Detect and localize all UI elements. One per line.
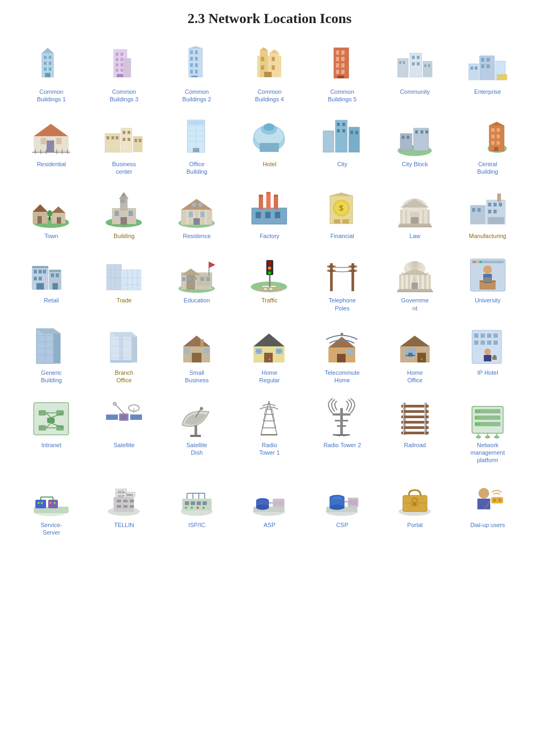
svg-rect-175 (120, 199, 125, 203)
svg-rect-351 (264, 353, 273, 362)
svg-rect-269 (193, 277, 197, 280)
svg-rect-117 (193, 148, 199, 152)
svg-rect-231 (488, 217, 504, 224)
svg-rect-30 (195, 63, 198, 67)
label-radio-tower-2: Radio Tower 2 (324, 441, 361, 449)
svg-rect-266 (200, 277, 204, 281)
svg-rect-173 (115, 211, 119, 216)
svg-rect-378 (474, 340, 478, 345)
svg-rect-132 (342, 123, 345, 126)
svg-point-363 (341, 333, 343, 336)
label-city: City (337, 160, 347, 168)
label-common-buildings-1: CommonBuildings 1 (37, 88, 66, 103)
svg-point-470 (38, 502, 40, 504)
svg-rect-180 (186, 210, 189, 225)
svg-rect-431 (335, 420, 348, 421)
svg-rect-42 (261, 65, 264, 70)
svg-point-319 (473, 261, 475, 263)
icon-grid: CommonBuildings 1 CommonBuildings 3 (11, 40, 528, 539)
svg-rect-230 (493, 210, 497, 213)
svg-rect-192 (266, 192, 271, 210)
icon-common-buildings-3: CommonBuildings 3 (89, 40, 160, 107)
svg-rect-78 (475, 66, 477, 70)
svg-rect-3 (49, 56, 51, 59)
label-radio-tower-1: RadioTower 1 (259, 441, 280, 457)
label-traffic: Traffic (261, 297, 278, 304)
icon-asp: ASP (234, 473, 305, 540)
svg-point-456 (478, 423, 481, 425)
svg-rect-223 (497, 194, 501, 202)
svg-rect-20 (117, 74, 123, 77)
icon-common-buildings-1: CommonBuildings 1 (16, 40, 87, 107)
svg-rect-164 (57, 217, 61, 224)
label-home-regular: HomeRegular (259, 369, 280, 384)
label-portal: Portal (407, 521, 423, 529)
svg-rect-176 (121, 217, 127, 225)
svg-rect-236 (34, 270, 37, 273)
svg-rect-135 (350, 131, 353, 134)
svg-rect-416 (190, 435, 201, 437)
svg-rect-248 (123, 270, 141, 290)
label-manufacturing: Manufacturing (469, 232, 506, 240)
svg-point-471 (41, 502, 43, 504)
svg-rect-51 (336, 63, 339, 68)
svg-point-321 (480, 261, 482, 263)
svg-rect-142 (402, 136, 405, 139)
svg-rect-163 (38, 216, 42, 224)
svg-rect-197 (256, 212, 261, 218)
svg-rect-126 (323, 131, 334, 152)
icon-community: Community (380, 40, 451, 107)
svg-rect-377 (493, 333, 498, 338)
svg-rect-103 (123, 131, 125, 134)
svg-rect-154 (491, 141, 495, 145)
label-satellite-dish: SatelliteDish (186, 441, 207, 457)
svg-rect-2 (44, 56, 47, 59)
icon-satellite: Satellite (89, 393, 160, 468)
svg-rect-307 (411, 283, 418, 290)
svg-rect-85 (41, 138, 46, 144)
svg-marker-38 (260, 47, 268, 50)
svg-rect-143 (407, 136, 409, 139)
svg-rect-196 (274, 195, 278, 197)
svg-rect-246 (49, 270, 61, 272)
svg-rect-49 (336, 57, 339, 61)
icon-isp-ic: ISP/IC (161, 473, 232, 540)
icon-hotel: Hotel (234, 112, 305, 179)
label-community: Community (400, 88, 430, 95)
icon-central-building: CentralBuilding (452, 112, 523, 179)
svg-rect-123 (260, 143, 279, 152)
label-law: Law (409, 232, 420, 240)
icon-city: City (307, 112, 378, 179)
svg-marker-162 (51, 206, 65, 213)
svg-point-524 (413, 502, 416, 505)
svg-rect-206 (342, 219, 349, 224)
svg-rect-415 (194, 425, 197, 436)
label-building: Building (114, 232, 134, 240)
svg-rect-65 (412, 62, 415, 65)
icon-common-buildings-2: CommonBuildings 2 (161, 40, 232, 107)
svg-rect-238 (43, 270, 46, 273)
svg-rect-183 (205, 210, 207, 225)
svg-point-312 (483, 265, 492, 274)
svg-rect-218 (398, 226, 432, 227)
icon-generic-building: GenericBuilding (16, 321, 87, 388)
svg-rect-362 (347, 350, 353, 354)
svg-rect-487 (130, 505, 134, 508)
svg-rect-392 (47, 418, 55, 423)
label-financial: Financial (331, 232, 354, 240)
icon-railroad: Railroad (380, 393, 451, 468)
svg-rect-475 (114, 497, 134, 512)
icon-residential: Residential (16, 112, 87, 179)
svg-rect-48 (341, 50, 345, 55)
svg-rect-144 (415, 130, 418, 134)
svg-rect-390 (39, 425, 46, 431)
svg-rect-333 (119, 332, 123, 362)
svg-rect-107 (134, 139, 137, 142)
svg-rect-86 (56, 138, 62, 144)
icon-small-business: SmallBusiness (161, 321, 232, 388)
label-enterprise: Enterprise (474, 88, 501, 95)
svg-rect-80 (486, 58, 490, 62)
svg-point-452 (478, 410, 481, 412)
icon-csp: CSP (307, 473, 378, 540)
svg-marker-263 (181, 269, 200, 275)
